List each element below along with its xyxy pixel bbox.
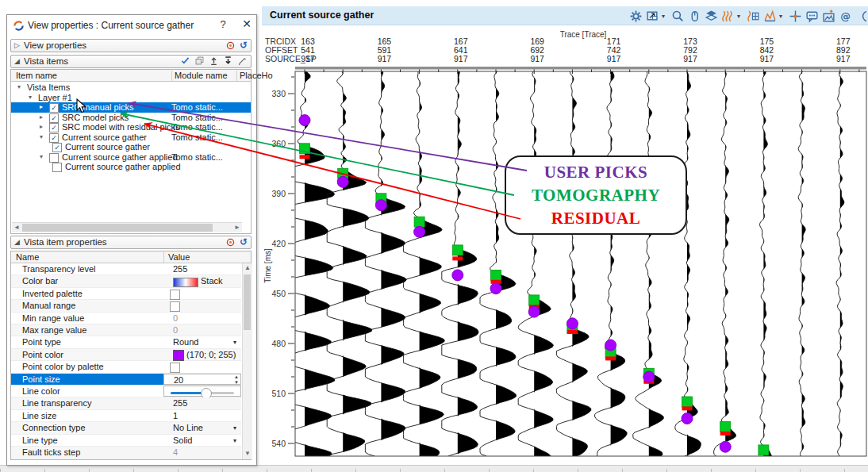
tree-item-current-source-gather-applied[interactable]: Current source gather applied <box>11 162 251 172</box>
column-value[interactable]: Value <box>168 252 190 262</box>
tomography-pick[interactable] <box>759 445 769 455</box>
tomography-pick[interactable] <box>452 245 463 255</box>
property-row-line-size[interactable]: Line size1 <box>11 410 241 422</box>
user-pick[interactable] <box>375 200 386 211</box>
residual-pick[interactable] <box>300 155 310 159</box>
target-icon[interactable] <box>225 237 236 248</box>
dropdown-caret-icon[interactable]: ▾ <box>233 336 236 348</box>
residual-pick[interactable] <box>720 432 731 436</box>
column-module-name[interactable]: Module name <box>175 71 228 80</box>
scroll-left-icon[interactable]: ◄ <box>12 223 21 232</box>
copy-icon[interactable] <box>194 56 205 67</box>
residual-pick[interactable] <box>452 256 463 260</box>
tree-item-layer-1[interactable]: ▾Layer #1 <box>11 93 251 103</box>
tomography-pick[interactable] <box>414 217 424 227</box>
download-bar-icon[interactable] <box>223 56 233 67</box>
property-row-fault-ticks-step[interactable]: Fault ticks step4 <box>11 447 241 459</box>
expanded-expander-icon[interactable]: ▾ <box>29 93 32 103</box>
tomography-pick[interactable] <box>529 295 540 305</box>
property-row-min-range-value[interactable]: Min range value0 <box>11 313 241 324</box>
user-pick[interactable] <box>414 226 425 237</box>
item-checkbox[interactable]: ✓ <box>52 143 62 152</box>
vista-item-properties-section-header[interactable]: ◢ Vista item properties ↺ <box>10 236 252 249</box>
value-checkbox[interactable] <box>170 290 180 300</box>
tree-horizontal-scrollbar[interactable]: ◄ ► <box>12 222 242 232</box>
expanded-expander-icon[interactable]: ▾ <box>17 83 21 93</box>
upload-icon[interactable] <box>209 56 219 67</box>
property-row-inverted-palette[interactable]: Inverted palette <box>11 288 241 300</box>
property-row-point-size[interactable]: Point size20▲▼ <box>11 374 241 386</box>
tomography-pick[interactable] <box>720 422 731 432</box>
dialog-title-bar[interactable]: View properties : Current source gather … <box>7 15 256 36</box>
item-checkbox[interactable]: ✓ <box>49 123 59 132</box>
property-row-transparency-level[interactable]: Transparency level255 <box>11 263 241 275</box>
value-checkbox[interactable] <box>170 301 180 312</box>
tree-item-src-manual-picks[interactable]: ▸✓SRC manual picksTomo static... <box>11 102 251 113</box>
expanded-expander-icon[interactable]: ▾ <box>40 132 43 143</box>
column-placeholder[interactable]: PlaceHo <box>240 71 273 80</box>
tree-item-src-model-picks[interactable]: ▸✓SRC model picksTomo static... <box>11 113 251 123</box>
item-checkbox[interactable] <box>49 153 59 163</box>
expanded-expander-icon[interactable]: ◢ <box>14 238 20 246</box>
item-checkbox[interactable]: ✓ <box>49 133 59 143</box>
scroll-down-icon[interactable]: ▼ <box>243 449 252 459</box>
property-row-manual-range[interactable]: Manual range <box>11 300 241 312</box>
view-properties-section-header[interactable]: ▷ View properties ↺ <box>10 39 252 52</box>
column-name[interactable]: Name <box>16 252 39 262</box>
tomography-pick[interactable] <box>491 270 501 280</box>
check-icon[interactable] <box>180 56 190 67</box>
user-pick[interactable] <box>567 318 578 329</box>
user-pick[interactable] <box>528 306 540 317</box>
property-row-line-type[interactable]: Line typeSolid▾ <box>11 435 241 447</box>
user-pick[interactable] <box>299 115 310 126</box>
collapsed-expander-icon[interactable]: ▸ <box>40 113 43 123</box>
property-row-line-color[interactable]: Line color <box>11 386 241 397</box>
item-checkbox[interactable]: ✓ <box>49 103 59 113</box>
vista-items-section-header[interactable]: ◢ Vista items <box>10 55 252 68</box>
reset-undo-icon[interactable]: ↺ <box>240 236 248 248</box>
tree-item-current-source-gather[interactable]: ▾✓Current source gatherTomo static... <box>11 132 251 143</box>
collapsed-expander-icon[interactable]: ▷ <box>14 41 20 49</box>
scroll-right-icon[interactable]: ► <box>232 223 242 232</box>
user-pick[interactable] <box>452 270 463 281</box>
property-row-max-range-value[interactable]: Max range value0 <box>11 324 241 336</box>
user-pick[interactable] <box>643 371 655 382</box>
property-row-connection-type[interactable]: Connection typeNo Line▾ <box>11 422 241 434</box>
user-pick[interactable] <box>682 413 693 424</box>
slider-handle[interactable] <box>201 388 212 399</box>
dialog-help-button[interactable]: ? <box>215 18 231 33</box>
dropdown-caret-icon[interactable]: ▾ <box>233 435 236 447</box>
properties-vertical-scrollbar[interactable]: ▲ ▼ <box>242 263 252 459</box>
user-pick[interactable] <box>720 441 731 452</box>
value-checkbox[interactable] <box>170 363 180 373</box>
property-row-point-type[interactable]: Point typeRound▾ <box>11 336 241 348</box>
spin-up-icon[interactable]: ▲ <box>234 374 239 380</box>
scrollbar-thumb[interactable] <box>244 274 251 330</box>
expanded-expander-icon[interactable]: ◢ <box>14 57 20 65</box>
user-pick[interactable] <box>605 340 616 351</box>
colorbar-swatch[interactable] <box>173 278 198 287</box>
property-row-point-color[interactable]: Point color(170; 0; 255) <box>11 349 241 361</box>
scroll-up-icon[interactable]: ▲ <box>243 263 252 273</box>
residual-pick[interactable] <box>605 356 616 360</box>
tree-item-current-source-gather-applied[interactable]: ▾Current source gather appliedTomo stati… <box>11 152 251 163</box>
property-row-color-bar[interactable]: Color barStack <box>11 275 241 287</box>
user-pick[interactable] <box>490 283 501 294</box>
item-checkbox[interactable]: ✓ <box>49 113 59 123</box>
column-item-name[interactable]: Item name <box>16 71 57 80</box>
spin-down-icon[interactable]: ▼ <box>234 380 239 386</box>
user-pick[interactable] <box>337 176 348 187</box>
item-checkbox[interactable] <box>52 163 62 172</box>
property-row-point-color-by-palette[interactable]: Point color by palette <box>11 361 241 373</box>
dropdown-caret-icon[interactable]: ▾ <box>233 422 236 434</box>
collapsed-expander-icon[interactable]: ▸ <box>40 102 43 113</box>
color-swatch[interactable] <box>173 350 184 361</box>
collapsed-expander-icon[interactable]: ▸ <box>40 122 43 132</box>
expanded-expander-icon[interactable]: ▾ <box>40 152 43 163</box>
scrollbar-thumb[interactable] <box>22 224 213 232</box>
tomography-pick[interactable] <box>300 144 310 154</box>
target-icon[interactable] <box>225 40 236 51</box>
residual-pick[interactable] <box>682 406 693 410</box>
tomography-pick[interactable] <box>682 397 693 407</box>
stylus-icon[interactable] <box>237 56 248 67</box>
